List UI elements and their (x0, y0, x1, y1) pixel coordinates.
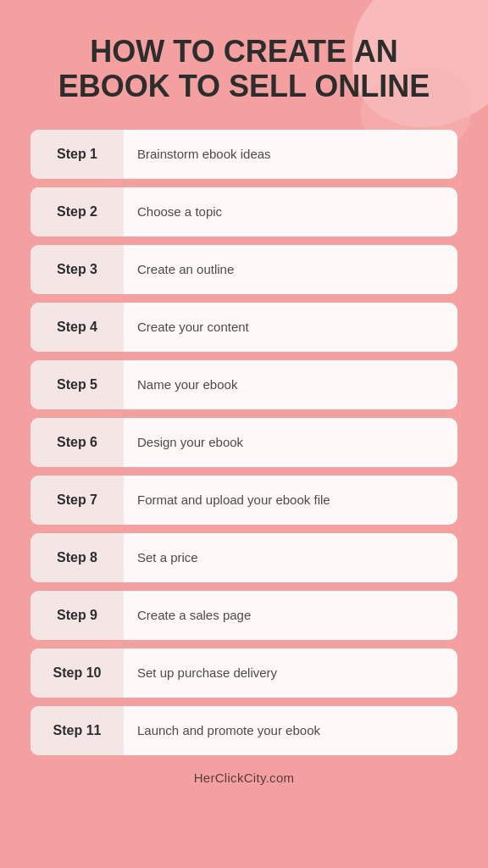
title-line1: HOW TO CREATE AN (90, 34, 397, 69)
step-label: Step 4 (30, 303, 124, 352)
step-item: Step 6Design your ebook (30, 418, 458, 467)
footer-text: HerClickCity.com (30, 755, 458, 795)
step-item: Step 1Brainstorm ebook ideas (30, 130, 458, 179)
step-label: Step 10 (30, 648, 124, 698)
step-label: Step 1 (30, 130, 124, 179)
step-item: Step 3Create an outline (30, 245, 458, 294)
step-label: Step 5 (30, 360, 124, 409)
step-text: Launch and promote your ebook (124, 712, 334, 749)
page-title: HOW TO CREATE AN EBOOK TO SELL ONLINE (30, 34, 458, 104)
step-label: Step 2 (30, 187, 124, 236)
step-text: Create an outline (124, 251, 247, 288)
step-text: Brainstorm ebook ideas (124, 136, 285, 173)
page-content: HOW TO CREATE AN EBOOK TO SELL ONLINE St… (0, 0, 488, 812)
step-label: Step 3 (30, 245, 124, 294)
step-text: Create a sales page (124, 597, 264, 634)
step-item: Step 11Launch and promote your ebook (30, 706, 458, 755)
steps-list: Step 1Brainstorm ebook ideasStep 2Choose… (30, 130, 458, 755)
step-text: Format and upload your ebook file (124, 481, 344, 519)
step-item: Step 10Set up purchase delivery (30, 648, 458, 698)
step-text: Set a price (124, 539, 212, 576)
step-label: Step 8 (30, 533, 124, 582)
step-label: Step 11 (30, 706, 124, 755)
step-label: Step 9 (30, 591, 124, 640)
title-line2: EBOOK TO SELL ONLINE (58, 69, 430, 103)
step-item: Step 7Format and upload your ebook file (30, 476, 458, 525)
step-item: Step 4Create your content (30, 303, 458, 352)
step-text: Create your content (124, 309, 263, 346)
step-text: Set up purchase delivery (124, 654, 291, 692)
step-text: Choose a topic (124, 193, 236, 231)
step-text: Name your ebook (124, 366, 251, 403)
step-label: Step 7 (30, 476, 124, 525)
step-item: Step 9Create a sales page (30, 591, 458, 640)
step-label: Step 6 (30, 418, 124, 467)
step-item: Step 5Name your ebook (30, 360, 458, 409)
step-item: Step 8Set a price (30, 533, 458, 582)
step-item: Step 2Choose a topic (30, 187, 458, 236)
step-text: Design your ebook (124, 424, 257, 461)
